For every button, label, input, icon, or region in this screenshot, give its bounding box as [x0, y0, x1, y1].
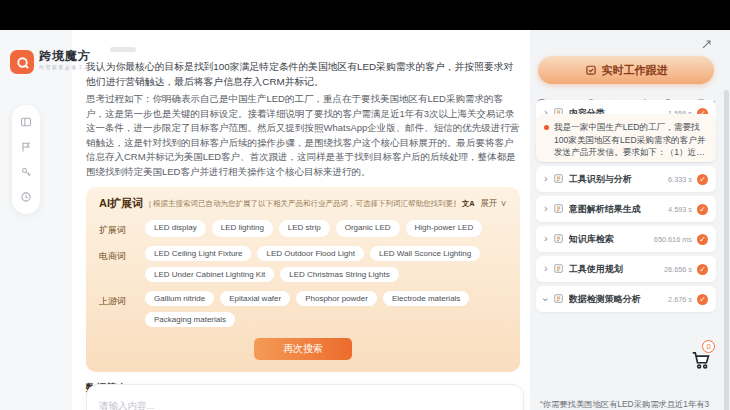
search-again-button[interactable]: 再次搜索 — [254, 338, 352, 360]
task-done-icon: ✓ — [697, 204, 708, 215]
app-window: 跨境魔方 外贸获客必备工具 我认为你最核心的目标是找到100家满足特定条件的美国… — [0, 30, 730, 410]
keyword-group-label: 上游词 — [99, 291, 145, 327]
keyword-tag[interactable]: High-power LED — [406, 220, 483, 237]
task-row[interactable]: › 工具识别与分析 6.333 s ✓ — [536, 166, 716, 192]
chevron-icon[interactable]: › — [544, 203, 548, 214]
clipboard-check-icon — [585, 64, 597, 76]
panel-toggle-icon[interactable] — [20, 116, 32, 128]
sidebar — [0, 30, 72, 410]
flag-icon[interactable] — [20, 141, 32, 153]
keyword-tag[interactable]: Gallium nitride — [145, 291, 214, 306]
work-panel-title: 实时工作跟进 — [602, 63, 668, 78]
keyword-tag[interactable]: LED Christmas String Lights — [280, 267, 398, 282]
task-label: 数据检测策略分析 — [569, 293, 663, 306]
keyword-tag[interactable]: LED Ceiling Light Fixture — [145, 246, 251, 261]
letterbox-top — [0, 0, 730, 30]
keyword-groups: 扩展词 LED display LED lighting LED strip O… — [99, 220, 507, 327]
keyword-group-label: 扩展词 — [99, 220, 145, 237]
task-label: 知识库检索 — [569, 233, 649, 246]
cart-cursor-icon — [690, 349, 712, 375]
task-done-icon: ✓ — [697, 234, 708, 245]
key-icon[interactable] — [20, 166, 32, 178]
keyword-tag[interactable]: LED strip — [279, 220, 330, 237]
keyword-group-label: 电商词 — [99, 246, 145, 282]
task-time: 26.656 s — [664, 265, 692, 274]
expansion-desc: | 根据主搜索词已自动为您扩展了以下相关产品和行业产品词，可选择下列词汇帮助您找… — [149, 199, 456, 209]
brand-tagline: 外贸获客必备工具 — [39, 65, 91, 70]
user-query-text: 我是一家中国生产LED的工厂，需要找100家美国地区有LED采购需求的客户并发送… — [554, 121, 708, 159]
brand-logo[interactable]: 跨境魔方 外贸获客必备工具 — [10, 50, 130, 74]
task-time: 650.616 ms — [654, 235, 692, 244]
expansion-title: AI扩展词 — [99, 196, 143, 211]
task-time: 6.333 s — [668, 175, 692, 184]
task-label: 意图解析结果生成 — [569, 203, 663, 216]
keyword-tag[interactable]: LED Wall Sconce Lighting — [370, 246, 480, 261]
task-row[interactable]: › 工具使用规划 26.656 s ✓ — [536, 256, 716, 282]
task-expanded-text: “你需要找美国地区有LED采购需求且近1年有3次以上海关交易记录的客户，海关数据… — [540, 398, 712, 410]
keyword-group: 上游词 Gallium nitride Epitaxial wafer Phos… — [99, 291, 507, 327]
keyword-tag[interactable]: LED Outdoor Flood Light — [257, 246, 364, 261]
keyword-tag[interactable]: Organic LED — [336, 220, 400, 237]
task-done-icon: ✓ — [697, 294, 708, 305]
keyword-tag[interactable]: Packaging materials — [145, 312, 235, 327]
keyword-group: 扩展词 LED display LED lighting LED strip O… — [99, 220, 507, 237]
task-doc-icon — [553, 260, 564, 278]
task-label: 工具识别与分析 — [569, 173, 663, 186]
keyword-tag[interactable]: Phosphor powder — [296, 291, 377, 306]
vertical-scrollbar[interactable] — [724, 90, 729, 410]
task-label: 工具使用规划 — [569, 263, 659, 276]
chat-main: 我认为你最核心的目标是找到100家满足特定条件的美国地区有LED采购需求的客户，… — [72, 30, 530, 410]
task-time: 4.593 s — [668, 205, 692, 214]
screenshot-stage: 跨境魔方 外贸获客必备工具 我认为你最核心的目标是找到100家满足特定条件的美国… — [0, 0, 730, 410]
chevron-icon[interactable]: › — [544, 263, 548, 274]
history-clock-icon[interactable] — [20, 191, 32, 203]
keyword-tag[interactable]: LED lighting — [212, 220, 273, 237]
work-panel-header-button[interactable]: 实时工作跟进 — [538, 56, 714, 84]
chat-input[interactable] — [99, 400, 511, 410]
chevron-icon[interactable]: › — [544, 233, 548, 244]
task-done-icon: ✓ — [697, 264, 708, 275]
translate-icon[interactable]: 文A — [462, 199, 475, 209]
expand-toggle[interactable]: 展开 ∨ — [481, 198, 507, 210]
task-time: 2.676 s — [668, 295, 692, 304]
task-row[interactable]: › 知识库检索 650.616 ms ✓ — [536, 226, 716, 252]
answer-intro: 我认为你最核心的目标是找到100家满足特定条件的美国地区有LED采购需求的客户，… — [86, 60, 520, 89]
task-done-icon: ✓ — [697, 174, 708, 185]
answer-detail: 思考过程如下：你明确表示自己是中国生产LED的工厂，重点在于要找美国地区有LED… — [86, 92, 520, 179]
bullet-dot-icon — [544, 125, 549, 130]
keyword-tag[interactable]: LED Under Cabinet Lighting Kit — [145, 267, 274, 282]
keyword-group: 电商词 LED Ceiling Light Fixture LED Outdoo… — [99, 246, 507, 282]
ai-expansion-card: AI扩展词 | 根据主搜索词已自动为您扩展了以下相关产品和行业产品词，可选择下列… — [86, 187, 520, 372]
chevron-icon[interactable]: › — [544, 173, 548, 184]
chevron-icon[interactable]: › — [540, 297, 551, 301]
keyword-tag[interactable]: Electrode materials — [383, 291, 469, 306]
task-row[interactable]: › 意图解析结果生成 4.593 s ✓ — [536, 196, 716, 222]
collapse-panel-icon[interactable] — [701, 36, 712, 54]
brand-name: 跨境魔方 — [39, 50, 91, 62]
task-doc-icon — [553, 230, 564, 248]
brand-logo-icon — [10, 50, 34, 74]
task-doc-icon — [553, 290, 564, 308]
task-doc-icon — [553, 170, 564, 188]
user-query-card[interactable]: 我是一家中国生产LED的工厂，需要找100家美国地区有LED采购需求的客户并发送… — [536, 114, 716, 162]
task-row[interactable]: › 数据检测策略分析 2.676 s ✓ — [536, 286, 716, 312]
keyword-tag[interactable]: LED display — [145, 220, 206, 237]
sidebar-tool-rail — [12, 105, 40, 214]
chat-input-card — [86, 384, 524, 410]
task-doc-icon — [553, 200, 564, 218]
keyword-tag[interactable]: Epitaxial wafer — [220, 291, 290, 306]
